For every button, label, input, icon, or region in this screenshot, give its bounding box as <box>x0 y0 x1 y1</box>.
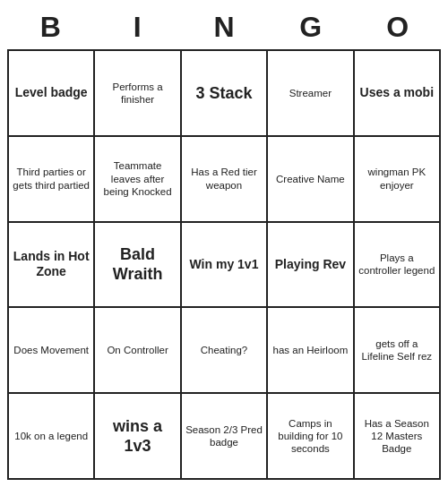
bingo-cell-5: Third parties or gets third partied <box>9 137 95 223</box>
bingo-letter-b: B <box>11 11 90 44</box>
bingo-cell-16: On Controller <box>95 308 181 394</box>
bingo-cell-6: Teammate leaves after being Knocked <box>95 137 181 223</box>
bingo-letter-o: O <box>358 11 437 44</box>
bingo-cell-2: 3 Stack <box>182 51 268 137</box>
bingo-cell-13: Playing Rev <box>268 223 354 309</box>
bingo-cell-17: Cheating? <box>182 308 268 394</box>
bingo-letter-g: G <box>271 11 350 44</box>
bingo-cell-10: Lands in Hot Zone <box>9 223 95 309</box>
bingo-cell-9: wingman PK enjoyer <box>355 137 441 223</box>
bingo-grid: Level badgePerforms a finisher3 StackStr… <box>7 49 441 480</box>
bingo-cell-8: Creative Name <box>268 137 354 223</box>
bingo-cell-1: Performs a finisher <box>95 51 181 137</box>
bingo-cell-15: Does Movement <box>9 308 95 394</box>
bingo-cell-24: Has a Season 12 Masters Badge <box>355 394 441 480</box>
bingo-cell-14: Plays a controller legend <box>355 223 441 309</box>
bingo-letter-n: N <box>185 11 263 44</box>
bingo-cell-18: has an Heirloom <box>268 308 354 394</box>
bingo-cell-7: Has a Red tier weapon <box>182 137 268 223</box>
bingo-cell-0: Level badge <box>9 51 95 137</box>
bingo-cell-23: Camps in building for 10 seconds <box>268 394 354 480</box>
bingo-cell-11: Bald Wraith <box>95 223 181 309</box>
bingo-cell-20: 10k on a legend <box>9 394 95 480</box>
bingo-cell-4: Uses a mobi <box>355 51 441 137</box>
bingo-letter-i: I <box>98 11 177 44</box>
bingo-cell-12: Win my 1v1 <box>182 223 268 309</box>
bingo-cell-3: Streamer <box>268 51 354 137</box>
bingo-cell-19: gets off a Lifeline Self rez <box>355 308 441 394</box>
bingo-cell-21: wins a 1v3 <box>95 394 181 480</box>
bingo-cell-22: Season 2/3 Pred badge <box>182 394 268 480</box>
bingo-title: BINGO <box>7 7 441 49</box>
